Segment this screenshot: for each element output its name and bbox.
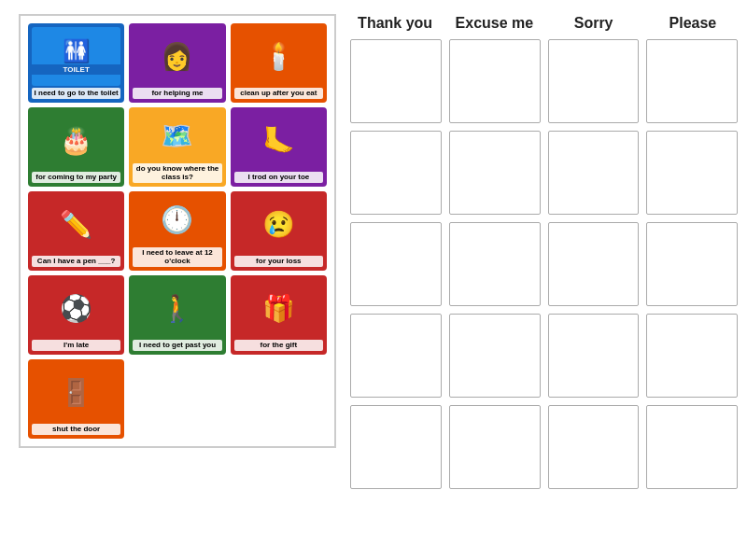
left-panel: 🚻 TOILET I need to go to the toilet 👩 fo… [19,14,336,448]
card-past[interactable]: 🚶 I need to get past you [129,275,225,355]
cell-r2c1[interactable] [350,131,442,215]
card-gift[interactable]: 🎁 for the gift [231,275,327,355]
cell-r2c3[interactable] [548,131,640,215]
cell-r4c3[interactable] [548,314,640,398]
cell-r3c1[interactable] [350,222,442,306]
card-pen[interactable]: ✏️ Can I have a pen ___? [28,191,124,271]
card-trod[interactable]: 🦶 I trod on your toe [231,107,327,187]
cell-r1c3[interactable] [548,39,640,123]
card-toilet[interactable]: 🚻 TOILET I need to go to the toilet [28,23,124,103]
column-headers: Thank you Excuse me Sorry Please [350,14,738,32]
card-birthday[interactable]: 🎂 for coming to my party [28,107,124,187]
cell-r1c1[interactable] [350,39,442,123]
cell-r3c4[interactable] [646,222,738,306]
cell-r5c2[interactable] [449,405,541,489]
card-late[interactable]: ⚽ I'm late [28,275,124,355]
header-excuse-me: Excuse me [449,14,539,32]
card-class[interactable]: 🗺️ do you know where the class is? [129,107,225,187]
cell-r1c4[interactable] [646,39,738,123]
cell-r5c4[interactable] [646,405,738,489]
cell-r4c2[interactable] [449,314,541,398]
cell-r4c4[interactable] [646,314,738,398]
cell-r2c2[interactable] [449,131,541,215]
cell-r5c3[interactable] [548,405,640,489]
cell-r4c1[interactable] [350,314,442,398]
header-thank-you: Thank you [350,14,440,32]
cell-r1c2[interactable] [449,39,541,123]
cell-r3c2[interactable] [449,222,541,306]
answer-grid [350,39,738,489]
header-sorry: Sorry [549,14,639,32]
card-loss[interactable]: 😢 for your loss [231,191,327,271]
cell-r2c4[interactable] [646,131,738,215]
card-helping[interactable]: 👩 for helping me [129,23,225,103]
cell-r5c1[interactable] [350,405,442,489]
card-leave[interactable]: 🕛 I need to leave at 12 o'clock [129,191,225,271]
cell-r3c3[interactable] [548,222,640,306]
card-clean-up[interactable]: 🕯️ clean up after you eat [231,23,327,103]
card-door[interactable]: 🚪 shut the door [28,359,124,439]
right-panel: Thank you Excuse me Sorry Please [350,14,738,489]
header-please: Please [648,14,738,32]
